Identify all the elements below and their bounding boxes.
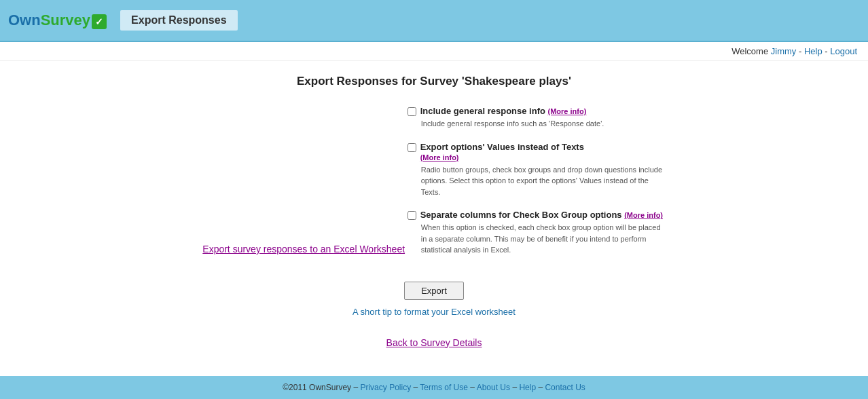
tip-link-area: A short tip to format your Excel workshe… <box>0 307 868 317</box>
page-title: Export Responses for Survey 'Shakespeare… <box>0 75 868 88</box>
option-block-2: Export options' Values instead of Texts … <box>408 142 666 198</box>
logo-check-icon: ✓ <box>92 14 107 29</box>
logo-text: OwnSurvey✓ <box>8 12 107 29</box>
header: OwnSurvey✓ Export Responses <box>0 0 868 42</box>
option-desc-1: Include general response info such as 'R… <box>421 118 666 130</box>
checkbox-include-general[interactable] <box>408 107 416 116</box>
option-row-3: Separate columns for Check Box Group opt… <box>408 210 666 220</box>
back-to-survey-link[interactable]: Back to Survey Details <box>386 337 482 348</box>
back-link-area: Back to Survey Details <box>0 337 868 348</box>
logo-own: Own <box>8 12 41 28</box>
export-excel-link[interactable]: Export survey responses to an Excel Work… <box>202 244 405 254</box>
export-button[interactable]: Export <box>404 282 464 300</box>
welcome-bar: Welcome Jimmy - Help - Logout <box>0 42 868 61</box>
more-info-link-2[interactable]: (More info) <box>420 153 459 162</box>
export-button-area: Export <box>0 282 868 300</box>
option-label-1: Include general response info (More info… <box>420 106 587 116</box>
more-info-link-1[interactable]: (More info) <box>548 107 587 115</box>
content-wrapper: Export Responses for Survey 'Shakespeare… <box>0 61 868 368</box>
option-block-3: Separate columns for Check Box Group opt… <box>408 210 666 256</box>
checkbox-export-values[interactable] <box>408 143 416 152</box>
option-row-2: Export options' Values instead of Texts … <box>408 142 666 162</box>
logout-link[interactable]: Logout <box>830 46 857 56</box>
header-title: Export Responses <box>120 10 237 31</box>
more-info-link-3[interactable]: (More info) <box>624 211 663 219</box>
tip-link[interactable]: A short tip to format your Excel workshe… <box>352 307 516 317</box>
help-link[interactable]: Help <box>804 46 822 56</box>
option-desc-2: Radio button groups, check box groups an… <box>421 164 666 198</box>
main-content: Export Responses for Survey 'Shakespeare… <box>0 61 868 368</box>
welcome-text: Welcome <box>731 46 771 56</box>
checkbox-separate-columns[interactable] <box>408 211 416 220</box>
option-block-1: Include general response info (More info… <box>408 106 666 130</box>
options-area: Include general response info (More info… <box>408 106 666 268</box>
logo-survey: Survey <box>41 12 90 28</box>
separator1: - <box>799 46 804 56</box>
username-link[interactable]: Jimmy <box>771 46 797 56</box>
option-label-2: Export options' Values instead of Texts … <box>420 142 584 162</box>
logo-area: OwnSurvey✓ <box>8 12 107 29</box>
option-label-3: Separate columns for Check Box Group opt… <box>420 210 663 220</box>
option-desc-3: When this option is checked, each check … <box>421 222 666 256</box>
option-row-1: Include general response info (More info… <box>408 106 666 116</box>
